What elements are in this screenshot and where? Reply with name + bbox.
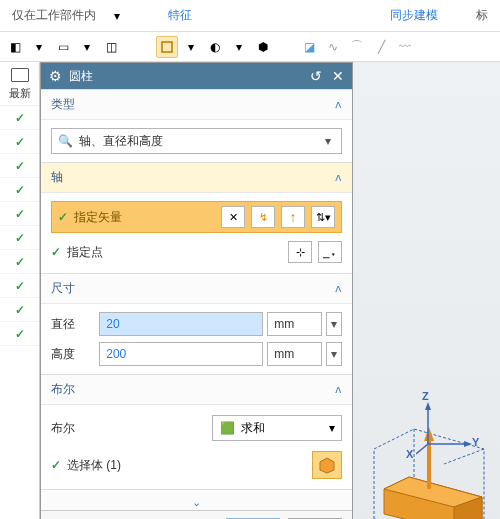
height-unit[interactable]: mm bbox=[267, 342, 322, 366]
vector-pick-icon[interactable]: ✕ bbox=[221, 206, 245, 228]
point-opts-icon[interactable]: ⎯▾ bbox=[318, 241, 342, 263]
tool-dd-1[interactable]: ▾ bbox=[28, 36, 50, 58]
tool-curve-1[interactable]: ∿ bbox=[322, 36, 344, 58]
axis-triad: Z Y X bbox=[416, 396, 476, 459]
height-dd[interactable]: ▾ bbox=[326, 342, 342, 366]
tool-dd-4[interactable]: ▾ bbox=[228, 36, 250, 58]
section-collapsed[interactable]: ⌄ bbox=[41, 490, 352, 510]
check-icon: ✓ bbox=[51, 458, 61, 472]
viewport-3d[interactable]: Z Y X Baidu经验 bbox=[353, 62, 500, 519]
svg-rect-0 bbox=[162, 42, 172, 52]
tab-sync[interactable]: 同步建模 bbox=[382, 7, 446, 24]
point-label: 指定点 bbox=[67, 244, 282, 261]
chevron-down-icon: ▾ bbox=[329, 421, 335, 435]
scope-label: 仅在工作部件内 bbox=[4, 7, 104, 24]
svg-marker-12 bbox=[464, 441, 472, 447]
scope-dropdown[interactable]: ▾ bbox=[106, 5, 128, 27]
tool-icon-2[interactable]: ▭ bbox=[52, 36, 74, 58]
vector-arrow-icon[interactable]: ↑ bbox=[281, 206, 305, 228]
svg-line-13 bbox=[416, 444, 428, 454]
diameter-dd[interactable]: ▾ bbox=[326, 312, 342, 336]
svg-marker-10 bbox=[425, 402, 431, 410]
list-item[interactable]: ✓ bbox=[0, 274, 39, 298]
check-icon: ✓ bbox=[15, 279, 25, 293]
diameter-label: 直径 bbox=[51, 316, 95, 333]
check-icon: ✓ bbox=[15, 183, 25, 197]
section-bool-header[interactable]: 布尔 ʌ bbox=[41, 375, 352, 405]
left-latest: 最新 bbox=[0, 82, 39, 106]
list-item[interactable]: ✓ bbox=[0, 130, 39, 154]
chevron-down-icon: ⌄ bbox=[192, 496, 201, 509]
reset-icon[interactable]: ↺ bbox=[308, 68, 324, 84]
check-icon: ✓ bbox=[15, 231, 25, 245]
outline-icon[interactable] bbox=[11, 68, 29, 82]
axis-y: Y bbox=[472, 436, 479, 448]
search-icon: 🔍 bbox=[58, 134, 73, 148]
tool-icon-3[interactable]: ◫ bbox=[100, 36, 122, 58]
gear-icon[interactable]: ⚙ bbox=[47, 68, 63, 84]
height-input[interactable] bbox=[99, 342, 263, 366]
list-item[interactable]: ✓ bbox=[0, 178, 39, 202]
check-icon: ✓ bbox=[58, 210, 68, 224]
tool-select-active[interactable] bbox=[156, 36, 178, 58]
section-type-label: 类型 bbox=[51, 96, 75, 113]
list-item[interactable]: ✓ bbox=[0, 226, 39, 250]
panel-header: ⚙ 圆柱 ↺ ✕ bbox=[41, 63, 352, 89]
point-pick-icon[interactable]: ⊹ bbox=[288, 241, 312, 263]
check-icon: ✓ bbox=[15, 207, 25, 221]
diameter-input[interactable] bbox=[99, 312, 263, 336]
panel-title: 圆柱 bbox=[69, 68, 302, 85]
bool-combo-text: 求和 bbox=[241, 420, 329, 437]
section-dim-header[interactable]: 尺寸 ʌ bbox=[41, 274, 352, 304]
check-icon: ✓ bbox=[15, 255, 25, 269]
check-icon: ✓ bbox=[15, 111, 25, 125]
tool-curve-3[interactable]: 〰 bbox=[394, 36, 416, 58]
box-icon[interactable]: ◪ bbox=[298, 36, 320, 58]
tool-dd-3[interactable]: ▾ bbox=[180, 36, 202, 58]
tool-icon-4[interactable]: ◐ bbox=[204, 36, 226, 58]
point-row[interactable]: ✓ 指定点 ⊹ ⎯▾ bbox=[51, 239, 342, 265]
bool-combo[interactable]: 🟩 求和 ▾ bbox=[212, 415, 342, 441]
vector-opts-icon[interactable]: ⇅▾ bbox=[311, 206, 335, 228]
section-type-header[interactable]: 类型 ʌ bbox=[41, 90, 352, 120]
tool-curve-2[interactable]: ⌒ bbox=[346, 36, 368, 58]
chevron-up-icon: ʌ bbox=[335, 171, 342, 184]
list-item[interactable]: ✓ bbox=[0, 202, 39, 226]
check-icon: ✓ bbox=[15, 135, 25, 149]
chevron-up-icon: ʌ bbox=[335, 282, 342, 295]
chevron-up-icon: ʌ bbox=[335, 383, 342, 396]
section-axis-label: 轴 bbox=[51, 169, 63, 186]
axis-z: Z bbox=[422, 390, 429, 402]
close-icon[interactable]: ✕ bbox=[330, 68, 346, 84]
diameter-unit[interactable]: mm bbox=[267, 312, 322, 336]
tool-dd-2[interactable]: ▾ bbox=[76, 36, 98, 58]
section-dim-label: 尺寸 bbox=[51, 280, 75, 297]
type-combo[interactable]: 🔍 轴、直径和高度 ▾ bbox=[51, 128, 342, 154]
section-bool-label: 布尔 bbox=[51, 381, 75, 398]
type-combo-text: 轴、直径和高度 bbox=[79, 133, 321, 150]
tab-feature[interactable]: 特征 bbox=[160, 7, 200, 24]
tool-line[interactable]: ╱ bbox=[370, 36, 392, 58]
section-axis-header[interactable]: 轴 ʌ bbox=[41, 163, 352, 193]
list-item[interactable]: ✓ bbox=[0, 298, 39, 322]
check-icon: ✓ bbox=[15, 159, 25, 173]
list-item[interactable]: ✓ bbox=[0, 154, 39, 178]
svg-marker-1 bbox=[320, 458, 334, 473]
tool-icon-1[interactable]: ◧ bbox=[4, 36, 26, 58]
vector-row[interactable]: ✓ 指定矢量 ✕ ↯ ↑ ⇅▾ bbox=[51, 201, 342, 233]
tab-right[interactable]: 标 bbox=[468, 7, 496, 24]
vector-label: 指定矢量 bbox=[74, 209, 215, 226]
list-item[interactable]: ✓ bbox=[0, 322, 39, 346]
list-item[interactable]: ✓ bbox=[0, 106, 39, 130]
list-item[interactable]: ✓ bbox=[0, 250, 39, 274]
bool-label: 布尔 bbox=[51, 420, 101, 437]
select-body-label: 选择体 (1) bbox=[67, 457, 306, 474]
check-icon: ✓ bbox=[51, 245, 61, 259]
union-icon: 🟩 bbox=[219, 420, 235, 436]
height-label: 高度 bbox=[51, 346, 95, 363]
check-icon: ✓ bbox=[15, 327, 25, 341]
axis-x: X bbox=[406, 448, 413, 460]
tool-icon-5[interactable]: ⬢ bbox=[252, 36, 274, 58]
vector-dir-icon[interactable]: ↯ bbox=[251, 206, 275, 228]
body-icon[interactable] bbox=[312, 451, 342, 479]
